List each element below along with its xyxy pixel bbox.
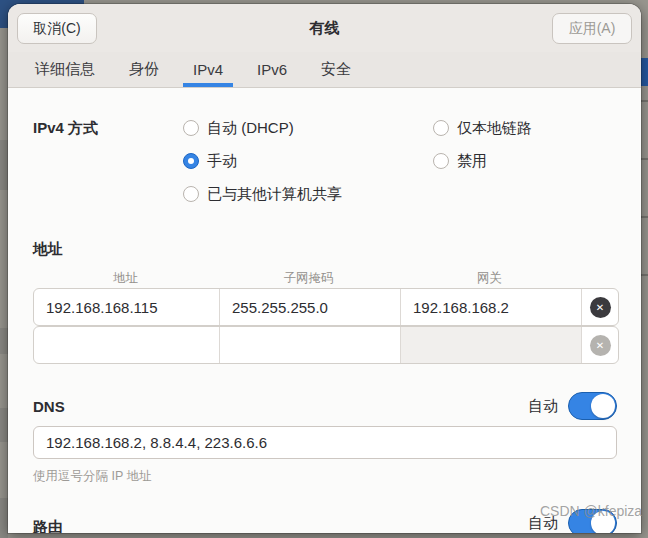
dns-auto-toggle[interactable] <box>568 392 617 420</box>
radio-label: 手动 <box>207 152 237 171</box>
radio-selected-icon <box>183 153 199 169</box>
background-window-row-divider <box>641 274 648 276</box>
addresses-heading: 地址 <box>33 240 63 259</box>
tab-ipv4[interactable]: IPv4 <box>180 52 236 87</box>
tab-security[interactable]: 安全 <box>308 52 364 87</box>
background-window-selection <box>641 58 648 86</box>
column-header-gateway: 网关 <box>399 270 580 287</box>
cancel-button[interactable]: 取消(C) <box>17 13 97 44</box>
routes-auto-toggle[interactable] <box>568 509 617 533</box>
address-input[interactable] <box>34 289 219 325</box>
remove-address-cell: ✕ <box>581 289 618 325</box>
column-header-address: 地址 <box>33 270 218 287</box>
radio-disable[interactable]: 禁用 <box>433 151 487 171</box>
radio-label: 仅本地链路 <box>457 119 532 138</box>
dialog-title: 有线 <box>8 4 641 52</box>
radio-shared-with-computers[interactable]: 已与其他计算机共享 <box>183 184 342 204</box>
background-window-row-divider <box>641 158 648 160</box>
address-input[interactable] <box>34 327 219 363</box>
dns-helper-text: 使用逗号分隔 IP 地址 <box>33 468 152 485</box>
tab-ipv6[interactable]: IPv6 <box>244 52 300 87</box>
background-window-edge <box>0 408 8 442</box>
dns-servers-input[interactable] <box>33 426 617 459</box>
settings-tabbar: 详细信息 身份 IPv4 IPv6 安全 <box>8 52 641 88</box>
tab-details[interactable]: 详细信息 <box>22 52 108 87</box>
toggle-knob <box>591 511 615 533</box>
wired-settings-dialog: 有线 取消(C) 应用(A) 详细信息 身份 IPv4 IPv6 安全 IPv4… <box>8 4 641 533</box>
dialog-headerbar: 有线 取消(C) 应用(A) <box>8 4 641 53</box>
radio-label: 自动 (DHCP) <box>207 119 294 138</box>
radio-icon <box>183 120 199 136</box>
tab-identity[interactable]: 身份 <box>116 52 172 87</box>
radio-manual[interactable]: 手动 <box>183 151 237 171</box>
address-column-headers: 地址 子网掩码 网关 <box>33 270 617 287</box>
routes-heading: 路由 <box>33 518 63 533</box>
remove-address-icon[interactable]: ✕ <box>590 297 611 318</box>
background-window-edge <box>0 498 8 538</box>
remove-address-disabled-icon: ✕ <box>590 335 611 356</box>
radio-icon <box>183 186 199 202</box>
background-window-edge <box>0 328 8 354</box>
dns-heading: DNS <box>33 398 65 415</box>
toggle-knob <box>591 394 615 418</box>
radio-label: 禁用 <box>457 152 487 171</box>
column-header-netmask: 子网掩码 <box>218 270 399 287</box>
gateway-input[interactable] <box>400 289 581 325</box>
radio-label: 已与其他计算机共享 <box>207 185 342 204</box>
screenshot-root: 有线 取消(C) 应用(A) 详细信息 身份 IPv4 IPv6 安全 IPv4… <box>0 0 648 538</box>
gateway-input[interactable] <box>400 327 581 363</box>
ipv4-method-label: IPv4 方式 <box>33 119 98 138</box>
ipv4-settings-panel: IPv4 方式 自动 (DHCP) 手动 已与其他计算机共享 仅本地链路 禁用 <box>8 88 641 533</box>
background-window-row-divider <box>641 100 648 102</box>
radio-link-local-only[interactable]: 仅本地链路 <box>433 118 532 138</box>
background-window-row-divider <box>641 216 648 218</box>
radio-automatic-dhcp[interactable]: 自动 (DHCP) <box>183 118 294 138</box>
radio-icon <box>433 120 449 136</box>
radio-icon <box>433 153 449 169</box>
remove-address-cell: ✕ <box>581 327 618 363</box>
background-window-edge <box>0 140 8 190</box>
netmask-input[interactable] <box>219 289 400 325</box>
routes-auto-row: 自动 <box>528 509 617 533</box>
address-row-1: ✕ <box>33 288 619 326</box>
dns-auto-label: 自动 <box>528 397 558 416</box>
address-row-2: ✕ <box>33 326 619 364</box>
apply-button[interactable]: 应用(A) <box>552 13 632 44</box>
netmask-input[interactable] <box>219 327 400 363</box>
dns-auto-row: 自动 <box>528 392 617 420</box>
routes-auto-label: 自动 <box>528 514 558 533</box>
